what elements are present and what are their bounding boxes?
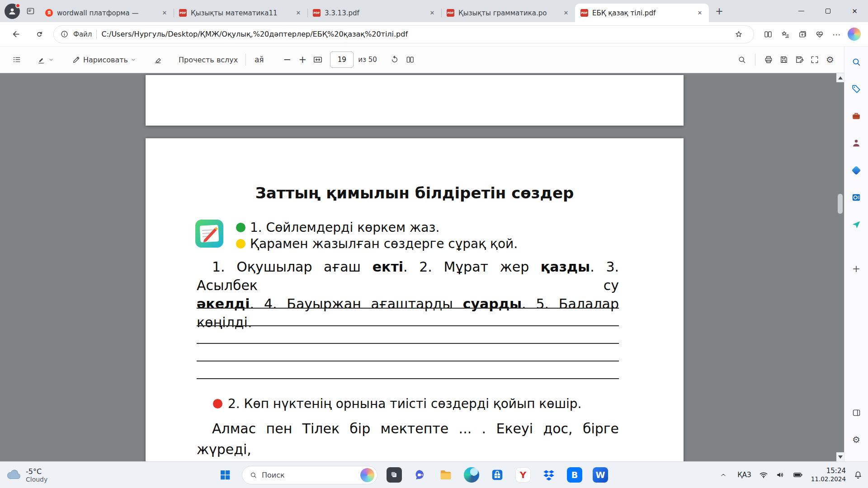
minimize-icon [798, 11, 804, 12]
task1-instruction-1: 1. Сөйлемдерді көркем жаз. [236, 220, 439, 235]
settings-more-button[interactable]: ⋯ [828, 26, 845, 43]
sidebar-panel-button[interactable] [847, 404, 865, 422]
taskbar-edge-button[interactable] [462, 466, 481, 484]
tab-title: Қызықты математика11 [191, 9, 290, 17]
page-view-button[interactable] [402, 51, 418, 68]
tab-close-button[interactable]: ✕ [561, 9, 571, 18]
back-button[interactable] [7, 26, 24, 43]
paper-plane-icon [851, 220, 861, 230]
taskbar-weather-widget[interactable]: -5°C Cloudy [6, 462, 47, 488]
tab-3313[interactable]: PDF 3.3.13.pdf ✕ [307, 4, 441, 22]
highlighter-icon [37, 55, 46, 64]
clock-widget[interactable]: 15:24 11.02.2024 [811, 467, 846, 483]
tab-close-button[interactable]: ✕ [695, 9, 704, 18]
heart-pulse-icon [815, 30, 824, 39]
pdf-scrollbar[interactable] [836, 73, 844, 461]
tab-grammar[interactable]: PDF Қызықты грамматика.pо ✕ [441, 4, 575, 22]
zoom-out-button[interactable]: − [279, 51, 295, 68]
tray-overflow-button[interactable] [717, 466, 730, 484]
scroll-down-button[interactable] [836, 452, 844, 461]
tab-close-button[interactable]: ✕ [294, 9, 303, 18]
address-field[interactable]: Файл C:/Users/Нургуль/Desktop/ҚМЖ/Оқулық… [53, 25, 754, 43]
search-document-button[interactable] [734, 51, 750, 68]
tab-close-button[interactable]: ✕ [160, 9, 169, 18]
tabs: Я wordwall платформа — ✕ PDF Қызықты мат… [40, 4, 709, 22]
notification-dot [15, 3, 20, 8]
sidebar-settings-button[interactable]: ⚙ [847, 431, 865, 449]
toc-button[interactable] [9, 51, 24, 68]
tab-close-button[interactable]: ✕ [428, 9, 437, 18]
taskbar-center: Поиск Y B W [216, 462, 609, 488]
read-aloud-button[interactable]: Прочесть вслух [176, 51, 240, 68]
split-screen-button[interactable] [760, 26, 777, 43]
tray-date: 11.02.2024 [811, 475, 846, 483]
refresh-icon [35, 30, 44, 39]
page-layout-icon [406, 55, 415, 64]
erase-button[interactable] [150, 51, 165, 68]
scrollbar-thumb[interactable] [838, 194, 843, 214]
draw-button[interactable]: Нарисовать [70, 51, 138, 68]
print-button[interactable] [761, 51, 776, 68]
zoom-in-button[interactable]: + [295, 51, 310, 68]
close-window-button[interactable]: ✕ [841, 0, 868, 22]
taskbar-dropbox-button[interactable] [540, 466, 558, 484]
pdf-viewport[interactable]: Заттың қимылын білдіретін сөздер 1. Сөйл… [0, 73, 844, 461]
tab-ebk-kazakh-active[interactable]: PDF ЕБҚ қазақ тілі.pdf ✕ [575, 4, 709, 22]
copilot-icon[interactable] [360, 468, 374, 482]
battery-icon[interactable] [793, 470, 803, 479]
taskbar-app-dark[interactable] [385, 466, 403, 484]
translate-button[interactable]: ая̆ [251, 51, 267, 68]
system-tray: ҚАЗ 15:24 11.02.2024 [717, 462, 863, 488]
volume-icon[interactable] [776, 470, 785, 479]
save-as-icon [795, 55, 804, 64]
sidebar-shopping-button[interactable] [847, 80, 865, 98]
language-switcher[interactable]: ҚАЗ [737, 471, 751, 479]
sidebar-games-button[interactable] [847, 134, 865, 152]
new-tab-button[interactable]: + [712, 5, 726, 18]
person-figure-icon [851, 138, 861, 148]
page-number-input[interactable]: 19 [330, 52, 354, 68]
microsoft-365-icon [851, 165, 861, 175]
bookmark-button[interactable] [730, 26, 747, 43]
save-button[interactable] [776, 51, 792, 68]
task1-text-1: 1. Сөйлемдерді көркем жаз. [250, 220, 439, 235]
taskbar-store-button[interactable] [488, 466, 506, 484]
browser-essentials-button[interactable] [811, 26, 828, 43]
collections-button[interactable] [794, 26, 811, 43]
fit-width-button[interactable] [310, 51, 326, 68]
save-as-button[interactable] [792, 51, 807, 68]
maximize-button[interactable] [815, 0, 841, 22]
sidebar-outlook-button[interactable] [847, 188, 865, 206]
profile-avatar[interactable] [5, 4, 20, 19]
start-button[interactable] [216, 466, 234, 484]
sidebar-drop-button[interactable] [847, 216, 865, 234]
pdf-page-19: Заттың қимылын білдіретін сөздер 1. Сөйл… [146, 138, 684, 461]
sidebar-add-button[interactable]: + [847, 259, 865, 277]
highlight-button[interactable] [34, 51, 56, 68]
taskbar-search-box[interactable]: Поиск [242, 466, 377, 484]
sidebar-m365-button[interactable] [847, 161, 865, 179]
taskbar-yandex-button[interactable]: Y [514, 466, 532, 484]
minimize-button[interactable] [788, 0, 815, 22]
wifi-icon[interactable] [759, 470, 768, 479]
fullscreen-button[interactable] [807, 51, 822, 68]
tab-overview-button[interactable] [24, 5, 37, 18]
tab-math[interactable]: PDF Қызықты математика11 ✕ [174, 4, 307, 22]
taskbar-vk-button[interactable]: B [566, 466, 584, 484]
copilot-button[interactable] [845, 26, 863, 43]
arrow-down-icon [838, 455, 843, 459]
taskbar-word-button[interactable]: W [591, 466, 609, 484]
favorites-button[interactable] [777, 26, 794, 43]
tab-wordwall[interactable]: Я wordwall платформа — ✕ [40, 4, 174, 22]
taskbar-chat-button[interactable] [411, 466, 429, 484]
refresh-button[interactable] [31, 26, 48, 43]
sidebar-tools-button[interactable] [847, 107, 865, 125]
taskbar-explorer-button[interactable] [437, 466, 455, 484]
person-icon [8, 7, 17, 16]
pdf-settings-button[interactable]: ⚙ [822, 51, 838, 68]
notification-bell-icon[interactable] [854, 470, 863, 479]
rotate-button[interactable] [387, 51, 402, 68]
sidebar-search-button[interactable] [847, 53, 865, 71]
chat-icon [413, 468, 427, 482]
scroll-up-button[interactable] [836, 73, 844, 82]
